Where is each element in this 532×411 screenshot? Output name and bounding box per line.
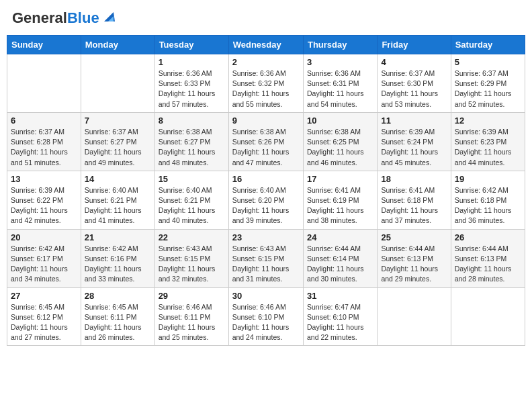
day-info: Sunrise: 6:38 AM Sunset: 6:25 PM Dayligh…	[307, 127, 373, 168]
weekday-header: Saturday	[451, 36, 525, 54]
day-number: 30	[232, 291, 300, 301]
day-info: Sunrise: 6:42 AM Sunset: 6:18 PM Dayligh…	[455, 185, 521, 226]
weekday-header: Monday	[81, 36, 154, 54]
calendar-cell	[7, 54, 81, 113]
day-number: 26	[455, 232, 521, 242]
day-info: Sunrise: 6:41 AM Sunset: 6:18 PM Dayligh…	[381, 185, 447, 226]
calendar-body: 1Sunrise: 6:36 AM Sunset: 6:33 PM Daylig…	[7, 54, 525, 346]
day-number: 12	[455, 116, 521, 126]
day-number: 6	[11, 116, 77, 126]
day-info: Sunrise: 6:44 AM Sunset: 6:14 PM Dayligh…	[307, 244, 373, 285]
day-info: Sunrise: 6:36 AM Sunset: 6:31 PM Dayligh…	[307, 68, 373, 109]
weekday-header: Thursday	[303, 36, 377, 54]
calendar-cell: 2Sunrise: 6:36 AM Sunset: 6:32 PM Daylig…	[228, 54, 303, 113]
page-header: GeneralBlue	[7, 7, 525, 30]
calendar-cell: 21Sunrise: 6:42 AM Sunset: 6:16 PM Dayli…	[81, 229, 154, 287]
day-number: 24	[307, 232, 373, 242]
calendar-cell: 24Sunrise: 6:44 AM Sunset: 6:14 PM Dayli…	[303, 229, 377, 287]
day-info: Sunrise: 6:42 AM Sunset: 6:17 PM Dayligh…	[11, 244, 77, 285]
day-number: 11	[381, 116, 447, 126]
calendar-cell: 10Sunrise: 6:38 AM Sunset: 6:25 PM Dayli…	[303, 112, 377, 171]
day-number: 31	[307, 291, 373, 301]
calendar-cell: 20Sunrise: 6:42 AM Sunset: 6:17 PM Dayli…	[7, 229, 81, 287]
day-number: 1	[159, 57, 225, 67]
day-number: 19	[455, 174, 521, 184]
calendar-week-row: 13Sunrise: 6:39 AM Sunset: 6:22 PM Dayli…	[7, 171, 525, 229]
calendar-cell: 17Sunrise: 6:41 AM Sunset: 6:19 PM Dayli…	[303, 171, 377, 229]
calendar-cell	[378, 287, 451, 346]
day-number: 29	[159, 291, 225, 301]
weekday-header: Tuesday	[154, 36, 228, 54]
day-number: 3	[307, 57, 373, 67]
calendar-week-row: 1Sunrise: 6:36 AM Sunset: 6:33 PM Daylig…	[7, 54, 525, 113]
calendar-cell: 8Sunrise: 6:38 AM Sunset: 6:27 PM Daylig…	[154, 112, 228, 171]
day-number: 4	[381, 57, 447, 67]
calendar-cell: 31Sunrise: 6:47 AM Sunset: 6:10 PM Dayli…	[303, 287, 377, 346]
day-info: Sunrise: 6:39 AM Sunset: 6:24 PM Dayligh…	[381, 127, 447, 168]
weekday-header: Wednesday	[228, 36, 303, 54]
day-number: 23	[232, 232, 300, 242]
day-info: Sunrise: 6:45 AM Sunset: 6:12 PM Dayligh…	[11, 302, 77, 343]
calendar-cell: 12Sunrise: 6:39 AM Sunset: 6:23 PM Dayli…	[451, 112, 525, 171]
calendar-cell: 11Sunrise: 6:39 AM Sunset: 6:24 PM Dayli…	[378, 112, 451, 171]
day-info: Sunrise: 6:40 AM Sunset: 6:20 PM Dayligh…	[232, 185, 300, 226]
day-number: 15	[159, 174, 225, 184]
calendar-cell	[451, 287, 525, 346]
day-info: Sunrise: 6:37 AM Sunset: 6:30 PM Dayligh…	[381, 68, 447, 109]
calendar-week-row: 6Sunrise: 6:37 AM Sunset: 6:28 PM Daylig…	[7, 112, 525, 171]
day-info: Sunrise: 6:46 AM Sunset: 6:11 PM Dayligh…	[159, 302, 225, 343]
day-number: 25	[381, 232, 447, 242]
day-number: 14	[85, 174, 151, 184]
calendar-cell: 1Sunrise: 6:36 AM Sunset: 6:33 PM Daylig…	[154, 54, 228, 113]
day-number: 21	[85, 232, 151, 242]
day-number: 8	[159, 116, 225, 126]
calendar-week-row: 27Sunrise: 6:45 AM Sunset: 6:12 PM Dayli…	[7, 287, 525, 346]
day-info: Sunrise: 6:40 AM Sunset: 6:21 PM Dayligh…	[85, 185, 151, 226]
day-info: Sunrise: 6:42 AM Sunset: 6:16 PM Dayligh…	[85, 244, 151, 285]
day-info: Sunrise: 6:44 AM Sunset: 6:13 PM Dayligh…	[381, 244, 447, 285]
day-info: Sunrise: 6:37 AM Sunset: 6:29 PM Dayligh…	[455, 68, 521, 109]
day-number: 28	[85, 291, 151, 301]
day-info: Sunrise: 6:41 AM Sunset: 6:19 PM Dayligh…	[307, 185, 373, 226]
calendar-cell: 5Sunrise: 6:37 AM Sunset: 6:29 PM Daylig…	[451, 54, 525, 113]
day-number: 10	[307, 116, 373, 126]
weekday-header: Friday	[378, 36, 451, 54]
calendar-cell: 26Sunrise: 6:44 AM Sunset: 6:13 PM Dayli…	[451, 229, 525, 287]
calendar-header: SundayMondayTuesdayWednesdayThursdayFrid…	[7, 36, 525, 54]
day-info: Sunrise: 6:39 AM Sunset: 6:22 PM Dayligh…	[11, 185, 77, 226]
weekday-row: SundayMondayTuesdayWednesdayThursdayFrid…	[7, 36, 525, 54]
day-number: 2	[232, 57, 300, 67]
calendar-cell: 22Sunrise: 6:43 AM Sunset: 6:15 PM Dayli…	[154, 229, 228, 287]
day-info: Sunrise: 6:43 AM Sunset: 6:15 PM Dayligh…	[159, 244, 225, 285]
day-info: Sunrise: 6:37 AM Sunset: 6:27 PM Dayligh…	[85, 127, 151, 168]
day-number: 16	[232, 174, 300, 184]
day-number: 27	[11, 291, 77, 301]
day-number: 13	[11, 174, 77, 184]
day-info: Sunrise: 6:38 AM Sunset: 6:26 PM Dayligh…	[232, 127, 300, 168]
day-number: 20	[11, 232, 77, 242]
day-info: Sunrise: 6:45 AM Sunset: 6:11 PM Dayligh…	[85, 302, 151, 343]
day-number: 18	[381, 174, 447, 184]
day-number: 9	[232, 116, 300, 126]
logo-wordmark: GeneralBlue	[12, 9, 99, 27]
calendar-cell: 16Sunrise: 6:40 AM Sunset: 6:20 PM Dayli…	[228, 171, 303, 229]
calendar-table: SundayMondayTuesdayWednesdayThursdayFrid…	[7, 35, 525, 346]
calendar-cell: 6Sunrise: 6:37 AM Sunset: 6:28 PM Daylig…	[7, 112, 81, 171]
calendar-cell: 15Sunrise: 6:40 AM Sunset: 6:21 PM Dayli…	[154, 171, 228, 229]
calendar-cell: 25Sunrise: 6:44 AM Sunset: 6:13 PM Dayli…	[378, 229, 451, 287]
calendar-cell: 19Sunrise: 6:42 AM Sunset: 6:18 PM Dayli…	[451, 171, 525, 229]
day-info: Sunrise: 6:47 AM Sunset: 6:10 PM Dayligh…	[307, 302, 373, 343]
day-info: Sunrise: 6:44 AM Sunset: 6:13 PM Dayligh…	[455, 244, 521, 285]
calendar-week-row: 20Sunrise: 6:42 AM Sunset: 6:17 PM Dayli…	[7, 229, 525, 287]
calendar-cell: 28Sunrise: 6:45 AM Sunset: 6:11 PM Dayli…	[81, 287, 154, 346]
calendar-cell: 3Sunrise: 6:36 AM Sunset: 6:31 PM Daylig…	[303, 54, 377, 113]
day-number: 5	[455, 57, 521, 67]
logo-triangle-icon	[101, 9, 115, 23]
logo: GeneralBlue	[12, 9, 115, 27]
calendar-cell: 13Sunrise: 6:39 AM Sunset: 6:22 PM Dayli…	[7, 171, 81, 229]
calendar-cell: 18Sunrise: 6:41 AM Sunset: 6:18 PM Dayli…	[378, 171, 451, 229]
calendar-cell: 29Sunrise: 6:46 AM Sunset: 6:11 PM Dayli…	[154, 287, 228, 346]
day-info: Sunrise: 6:39 AM Sunset: 6:23 PM Dayligh…	[455, 127, 521, 168]
day-number: 17	[307, 174, 373, 184]
calendar-cell: 27Sunrise: 6:45 AM Sunset: 6:12 PM Dayli…	[7, 287, 81, 346]
